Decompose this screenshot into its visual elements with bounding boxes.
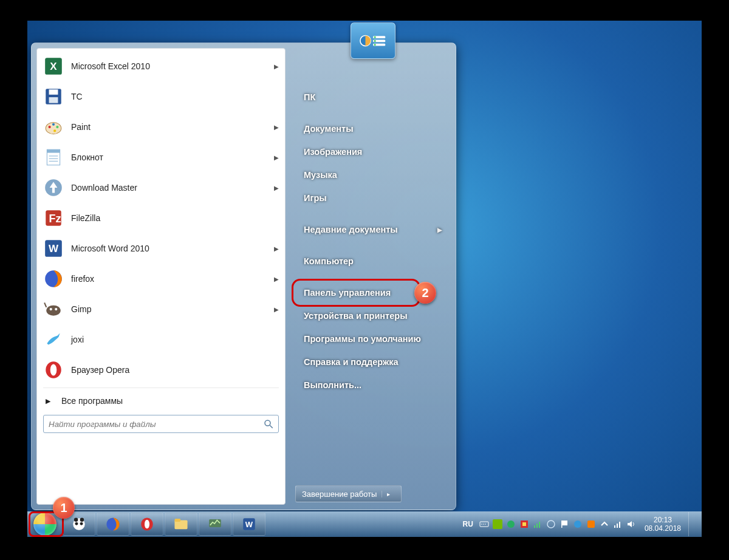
svg-rect-58 bbox=[536, 524, 538, 528]
right-pane-item[interactable]: Справка и поддержка bbox=[295, 350, 451, 374]
dm-icon bbox=[43, 177, 64, 198]
tray-blue-icon[interactable] bbox=[573, 519, 583, 529]
right-pane-item[interactable]: Выполнить... bbox=[295, 374, 451, 397]
program-label: Microsoft Word 2010 bbox=[71, 244, 274, 253]
right-item-label: Устройства и принтеры bbox=[304, 311, 408, 321]
right-item-label: Документы bbox=[304, 124, 354, 134]
separator-gap bbox=[295, 210, 451, 218]
right-item-label: Выполнить... bbox=[304, 380, 361, 390]
right-pane-item[interactable]: Музыка bbox=[295, 163, 451, 186]
tray-globe-icon[interactable] bbox=[546, 519, 556, 529]
program-item[interactable]: FzFileZilla bbox=[37, 203, 285, 233]
svg-point-6 bbox=[49, 126, 51, 128]
search-icon bbox=[263, 418, 274, 429]
svg-point-35 bbox=[374, 44, 376, 46]
clock-date: 08.04.2018 bbox=[645, 524, 681, 533]
separator bbox=[43, 388, 279, 388]
chevron-up-icon[interactable] bbox=[600, 519, 609, 529]
windows-orb-icon bbox=[33, 513, 56, 536]
taskbar-app-opera[interactable] bbox=[131, 513, 163, 536]
volume-icon[interactable] bbox=[626, 519, 636, 529]
svg-point-40 bbox=[80, 522, 83, 525]
svg-point-26 bbox=[50, 364, 57, 375]
svg-rect-45 bbox=[174, 519, 180, 522]
program-item[interactable]: WMicrosoft Word 2010▶ bbox=[37, 233, 285, 264]
all-programs[interactable]: ▶ Все программы bbox=[37, 391, 285, 411]
svg-rect-53 bbox=[493, 519, 502, 529]
svg-point-60 bbox=[547, 521, 555, 528]
svg-point-8 bbox=[56, 126, 58, 128]
flag-icon[interactable] bbox=[560, 519, 569, 529]
keyboard-icon[interactable] bbox=[479, 519, 489, 529]
excel-icon: X bbox=[43, 56, 64, 77]
program-item[interactable]: Paint▶ bbox=[37, 112, 285, 142]
all-programs-label: Все программы bbox=[61, 396, 123, 406]
svg-point-52 bbox=[485, 524, 486, 525]
svg-point-23 bbox=[50, 308, 52, 310]
right-pane-item[interactable]: Изображения bbox=[295, 140, 451, 163]
svg-point-39 bbox=[75, 522, 78, 525]
svg-point-38 bbox=[80, 517, 84, 522]
program-item[interactable]: TC bbox=[37, 81, 285, 112]
shutdown-button[interactable]: Завершение работы ▸ bbox=[295, 485, 402, 502]
right-pane-item[interactable]: ПК bbox=[295, 86, 451, 109]
opera-icon bbox=[43, 360, 64, 380]
triangle-right-icon: ▶ bbox=[46, 397, 50, 405]
svg-point-43 bbox=[145, 520, 149, 529]
chevron-right-icon[interactable]: ▸ bbox=[382, 491, 395, 497]
start-menu: XMicrosoft Excel 2010▶TCPaint▶Блокнот▶Do… bbox=[31, 43, 456, 510]
svg-text:W: W bbox=[245, 520, 253, 529]
user-picture[interactable] bbox=[351, 22, 395, 59]
save-icon bbox=[43, 86, 64, 107]
program-item[interactable]: Браузер Opera bbox=[37, 355, 285, 385]
program-item[interactable]: joxi bbox=[37, 324, 285, 355]
program-label: joxi bbox=[71, 335, 279, 344]
svg-point-24 bbox=[55, 308, 57, 310]
taskbar-app-explorer[interactable] bbox=[165, 513, 197, 536]
right-pane-item[interactable]: Компьютер bbox=[295, 250, 451, 273]
shutdown-label: Завершение работы bbox=[302, 490, 377, 499]
svg-line-28 bbox=[270, 425, 273, 428]
right-pane-item[interactable]: Программы по умолчанию bbox=[295, 327, 451, 350]
tray-alert-icon[interactable] bbox=[519, 519, 529, 529]
program-label: Блокнот bbox=[71, 152, 274, 162]
nvidia-icon[interactable] bbox=[493, 519, 502, 529]
search-input[interactable] bbox=[43, 415, 279, 433]
taskbar-app-word[interactable]: W bbox=[233, 513, 265, 536]
right-pane-item[interactable]: Документы bbox=[295, 117, 451, 140]
program-item[interactable]: firefox▶ bbox=[37, 264, 285, 294]
chevron-right-icon: ▶ bbox=[437, 227, 442, 233]
annotation-badge-2: 2 bbox=[414, 282, 436, 304]
program-item[interactable]: Блокнот▶ bbox=[37, 142, 285, 172]
taskbar-clock[interactable]: 20:13 08.04.2018 bbox=[645, 516, 681, 533]
program-item[interactable]: Download Master▶ bbox=[37, 172, 285, 203]
svg-rect-11 bbox=[47, 149, 60, 152]
tray-generic-icon[interactable] bbox=[506, 519, 516, 529]
svg-point-37 bbox=[74, 517, 78, 522]
program-item[interactable]: Gimp▶ bbox=[37, 294, 285, 324]
taskbar-app-firefox[interactable] bbox=[97, 513, 129, 536]
svg-rect-56 bbox=[522, 522, 526, 526]
annotation-badge-1: 1 bbox=[53, 497, 75, 519]
program-label: Gimp bbox=[71, 304, 274, 314]
svg-rect-67 bbox=[619, 522, 620, 528]
annotation-highlight-control-panel bbox=[292, 279, 420, 307]
program-label: Браузер Opera bbox=[71, 365, 279, 375]
program-label: Paint bbox=[71, 122, 274, 132]
firefox-icon bbox=[43, 268, 64, 289]
network-signal-icon[interactable] bbox=[533, 519, 542, 529]
svg-point-22 bbox=[46, 306, 60, 316]
svg-point-63 bbox=[574, 521, 581, 528]
right-pane-item[interactable]: Недавние документы▶ bbox=[295, 218, 451, 241]
tray-orange-icon[interactable] bbox=[586, 519, 596, 529]
svg-text:X: X bbox=[50, 61, 57, 72]
clock-time: 20:13 bbox=[645, 516, 681, 524]
program-item[interactable]: XMicrosoft Excel 2010▶ bbox=[37, 51, 285, 81]
svg-rect-66 bbox=[617, 524, 618, 528]
language-indicator[interactable]: RU bbox=[460, 519, 476, 530]
taskbar-app-monitor[interactable] bbox=[199, 513, 231, 536]
show-desktop-button[interactable] bbox=[688, 512, 696, 536]
network-signal-icon[interactable] bbox=[613, 519, 623, 529]
right-pane-item[interactable]: Игры bbox=[295, 186, 451, 210]
right-pane-item[interactable]: Устройства и принтеры bbox=[295, 304, 451, 327]
